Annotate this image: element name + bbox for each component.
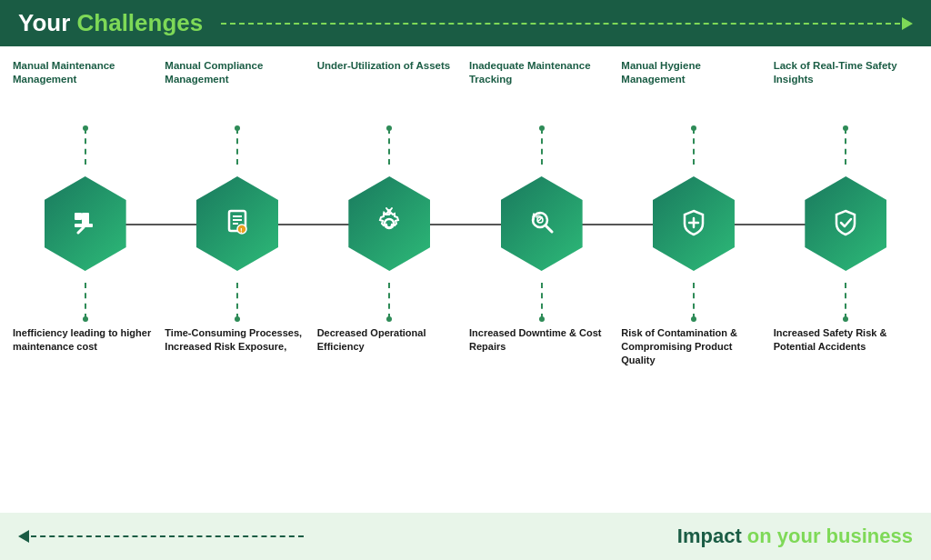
dot-bot-3 bbox=[539, 316, 545, 322]
footer-title: Impact on your business bbox=[677, 525, 913, 548]
svg-line-14 bbox=[546, 225, 552, 232]
hex-item-3 bbox=[466, 176, 617, 271]
dot-top-4 bbox=[691, 125, 696, 131]
top-label-3: Inadequate Maintenance Tracking bbox=[466, 59, 617, 123]
dline-bot-3 bbox=[541, 283, 543, 319]
top-label-0: Manual Maintenance Management bbox=[9, 59, 161, 123]
vdash-bot-5 bbox=[770, 283, 922, 319]
page-container: Your Challenges Manual Maintenance Manag… bbox=[0, 0, 931, 560]
dline-bot-4 bbox=[693, 283, 695, 319]
vdash-top-1 bbox=[161, 128, 313, 165]
hex-item-0 bbox=[9, 176, 161, 271]
header-bar: Your Challenges bbox=[0, 0, 931, 46]
bottom-label-3: Increased Downtime & Cost Repairs bbox=[466, 326, 617, 401]
footer-dashed-line bbox=[31, 535, 304, 537]
dline-top-4 bbox=[693, 128, 695, 165]
footer-impact: Impact bbox=[677, 525, 747, 547]
header-your: Your bbox=[18, 9, 77, 36]
svg-rect-2 bbox=[75, 213, 82, 220]
vdash-top-4 bbox=[617, 128, 769, 165]
shield-cross-icon bbox=[677, 205, 710, 243]
vdash-bot-1 bbox=[161, 283, 313, 319]
hexagon-2 bbox=[348, 176, 430, 271]
hexagon-1: ! bbox=[196, 176, 278, 271]
dline-top-5 bbox=[845, 128, 846, 165]
svg-rect-1 bbox=[82, 213, 89, 225]
header-dashed-line bbox=[221, 23, 900, 25]
bottom-label-2: Decreased Operational Efficiency bbox=[314, 326, 466, 401]
dot-top-1 bbox=[235, 125, 240, 131]
wrench-search-icon bbox=[526, 205, 558, 243]
hex-item-4 bbox=[617, 176, 769, 271]
hexagon-0 bbox=[45, 176, 126, 271]
hexagon-4 bbox=[653, 176, 735, 271]
hexagon-3 bbox=[501, 176, 583, 271]
bottom-label-5: Increased Safety Risk & Potential Accide… bbox=[770, 326, 922, 401]
header-challenges: Challenges bbox=[77, 9, 204, 36]
dot-top-2 bbox=[386, 125, 392, 131]
dline-top-0 bbox=[85, 128, 86, 165]
hex-item-1: ! bbox=[161, 176, 313, 271]
hex-item-5 bbox=[770, 176, 922, 271]
dashed-lines-top bbox=[9, 128, 922, 165]
main-content: Manual Maintenance Management Manual Com… bbox=[0, 46, 931, 512]
dline-top-1 bbox=[236, 128, 238, 165]
dline-bot-0 bbox=[85, 283, 86, 319]
vdash-top-3 bbox=[466, 128, 617, 165]
hexagon-5 bbox=[805, 176, 886, 271]
dline-bot-1 bbox=[236, 283, 238, 319]
vdash-top-0 bbox=[9, 128, 161, 165]
gear-icon bbox=[373, 205, 405, 243]
shield-check-icon bbox=[829, 205, 862, 243]
dline-top-3 bbox=[541, 128, 543, 165]
header-title: Your Challenges bbox=[18, 9, 203, 37]
dot-bot-0 bbox=[83, 316, 88, 322]
dot-top-3 bbox=[539, 125, 545, 131]
footer-arrow-left bbox=[18, 530, 29, 543]
bottom-label-1: Time-Consuming Processes, Increased Risk… bbox=[161, 326, 313, 401]
hex-row: ! bbox=[9, 165, 922, 283]
hammer-icon bbox=[69, 205, 102, 243]
header-arrow-line bbox=[221, 17, 913, 30]
top-label-5: Lack of Real-Time Safety Insights bbox=[770, 59, 922, 123]
top-labels-row: Manual Maintenance Management Manual Com… bbox=[9, 46, 922, 128]
dashed-lines-bottom bbox=[9, 283, 922, 319]
top-label-4: Manual Hygiene Management bbox=[617, 59, 769, 123]
vdash-bot-3 bbox=[466, 283, 617, 319]
hex-item-2 bbox=[314, 176, 466, 271]
dline-bot-2 bbox=[388, 283, 390, 319]
dline-bot-5 bbox=[845, 283, 846, 319]
vdash-bot-4 bbox=[617, 283, 769, 319]
header-arrow-right bbox=[902, 17, 913, 30]
bottom-label-4: Risk of Contamination & Compromising Pro… bbox=[617, 326, 769, 401]
vdash-bot-0 bbox=[9, 283, 161, 319]
vdash-top-2 bbox=[314, 128, 466, 165]
compliance-icon: ! bbox=[221, 205, 254, 243]
vdash-bot-2 bbox=[314, 283, 466, 319]
dot-top-5 bbox=[843, 125, 848, 131]
dot-top-0 bbox=[83, 125, 88, 131]
dot-bot-4 bbox=[691, 316, 696, 322]
top-label-2: Under-Utilization of Assets bbox=[314, 59, 466, 123]
footer-on: on your business bbox=[747, 525, 913, 547]
footer-bar: Impact on your business bbox=[0, 513, 931, 560]
vdash-top-5 bbox=[770, 128, 922, 165]
bottom-labels-row: Inefficiency leading to higher maintenan… bbox=[9, 319, 922, 401]
bottom-label-0: Inefficiency leading to higher maintenan… bbox=[9, 326, 161, 401]
dline-top-2 bbox=[388, 128, 390, 165]
footer-arrow-line bbox=[18, 530, 304, 543]
svg-text:!: ! bbox=[240, 226, 243, 235]
svg-line-3 bbox=[78, 227, 84, 233]
top-label-1: Manual Compliance Management bbox=[161, 59, 313, 123]
dot-bot-1 bbox=[235, 316, 240, 322]
